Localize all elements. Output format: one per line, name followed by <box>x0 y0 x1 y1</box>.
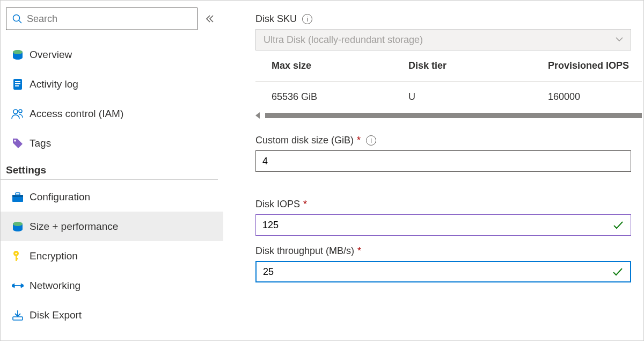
disk-iops-label-row: Disk IOPS * <box>255 199 643 210</box>
scroll-left-icon <box>255 112 260 119</box>
collapse-sidebar-button[interactable] <box>202 14 218 23</box>
search-icon <box>12 13 23 24</box>
info-icon[interactable]: i <box>302 14 312 24</box>
svg-rect-5 <box>15 81 20 82</box>
cell-max-size: 65536 GiB <box>272 91 408 103</box>
disk-icon <box>6 49 30 61</box>
custom-disk-size-label-row: Custom disk size (GiB) * i <box>255 135 643 146</box>
svg-rect-23 <box>13 317 23 320</box>
col-provisioned-iops: Provisioned IOPS <box>548 60 642 71</box>
svg-point-17 <box>15 252 17 254</box>
disk-sku-value: Ultra Disk (locally-redundant storage) <box>264 34 423 46</box>
svg-rect-13 <box>16 193 20 195</box>
sidebar-item-label: Access control (IAM) <box>30 108 123 120</box>
sidebar-item-configuration[interactable]: Configuration <box>1 182 223 212</box>
disk-throughput-label-row: Disk throughput (MB/s) * <box>255 245 643 257</box>
custom-disk-size-input-wrapper[interactable] <box>255 150 631 172</box>
disk-sku-label-row: Disk SKU i <box>255 13 643 25</box>
disk-iops-input-wrapper[interactable] <box>255 214 631 236</box>
cell-provisioned-iops: 160000 <box>548 91 642 103</box>
sidebar-item-label: Disk Export <box>30 309 82 321</box>
sidebar-item-label: Tags <box>30 137 51 149</box>
table-row[interactable]: 65536 GiB U 160000 <box>255 82 642 112</box>
custom-disk-size-input[interactable] <box>262 156 624 167</box>
checkmark-icon <box>612 219 624 231</box>
chevron-down-icon <box>616 37 623 42</box>
scrollbar-track <box>265 113 642 118</box>
custom-disk-size-label: Custom disk size (GiB) <box>255 135 354 146</box>
sidebar-item-label: Size + performance <box>30 221 118 233</box>
sidebar-item-disk-export[interactable]: Disk Export <box>1 300 223 330</box>
sidebar-item-label: Encryption <box>30 250 78 262</box>
people-icon <box>6 108 30 120</box>
disk-iops-input[interactable] <box>262 220 612 231</box>
sidebar-section-settings: Settings <box>1 158 218 180</box>
sidebar-item-encryption[interactable]: Encryption <box>1 241 223 271</box>
checkmark-icon <box>612 266 624 278</box>
sidebar-item-networking[interactable]: Networking <box>1 271 223 300</box>
network-icon <box>6 280 30 291</box>
required-indicator: * <box>357 245 361 257</box>
required-indicator: * <box>303 199 307 210</box>
sidebar: Overview Activity log Access control (IA… <box>1 1 223 340</box>
sidebar-item-activity-log[interactable]: Activity log <box>1 69 223 99</box>
col-max-size: Max size <box>272 60 408 71</box>
search-input-wrapper[interactable] <box>6 8 197 30</box>
search-input[interactable] <box>27 13 192 25</box>
table-header: Max size Disk tier Provisioned IOPS <box>255 50 642 82</box>
main-panel: Disk SKU i Ultra Disk (locally-redundant… <box>223 1 643 340</box>
tag-icon <box>6 137 30 149</box>
svg-rect-19 <box>16 258 18 259</box>
disk-icon <box>6 221 30 233</box>
cell-disk-tier: U <box>408 91 548 103</box>
svg-point-8 <box>13 110 18 114</box>
disk-sku-label: Disk SKU <box>255 13 297 25</box>
sidebar-item-label: Networking <box>30 280 80 292</box>
svg-point-15 <box>13 222 23 226</box>
sidebar-item-overview[interactable]: Overview <box>1 40 223 69</box>
svg-rect-7 <box>15 85 19 86</box>
log-icon <box>6 78 30 90</box>
required-indicator: * <box>357 135 361 146</box>
info-icon[interactable]: i <box>366 135 376 146</box>
key-icon <box>6 250 30 262</box>
sidebar-item-tags[interactable]: Tags <box>1 128 223 158</box>
svg-point-9 <box>19 110 22 113</box>
disk-throughput-label: Disk throughput (MB/s) <box>255 245 354 257</box>
svg-point-0 <box>13 15 20 21</box>
disk-throughput-input[interactable] <box>263 266 612 278</box>
sidebar-item-access-control[interactable]: Access control (IAM) <box>1 99 223 128</box>
svg-point-3 <box>13 50 23 54</box>
sidebar-item-label: Configuration <box>30 191 90 203</box>
horizontal-scrollbar[interactable] <box>255 112 642 119</box>
disk-iops-label: Disk IOPS <box>255 199 300 210</box>
sidebar-item-label: Overview <box>30 49 72 61</box>
sku-table: Max size Disk tier Provisioned IOPS 6553… <box>255 50 642 112</box>
svg-point-10 <box>14 140 16 142</box>
disk-sku-dropdown[interactable]: Ultra Disk (locally-redundant storage) <box>255 29 631 50</box>
disk-throughput-input-wrapper[interactable] <box>255 261 631 282</box>
svg-rect-6 <box>15 83 20 84</box>
svg-line-1 <box>19 20 21 23</box>
sidebar-item-label: Activity log <box>30 78 78 90</box>
col-disk-tier: Disk tier <box>408 60 548 71</box>
export-icon <box>6 309 30 321</box>
toolbox-icon <box>6 192 30 202</box>
sidebar-item-size-performance[interactable]: Size + performance <box>1 212 223 241</box>
